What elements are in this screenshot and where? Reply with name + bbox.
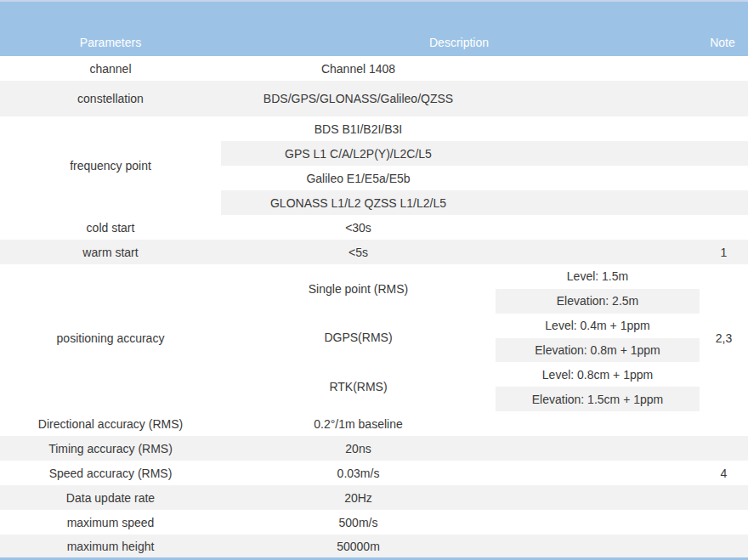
desc-cell: <5s	[221, 246, 496, 259]
positioning-values: Level: 1.5m Elevation: 2.5m Level: 0.4m …	[496, 264, 700, 411]
note-cell: 1	[700, 246, 748, 259]
header-description: Description	[221, 36, 697, 49]
desc-cell: <30s	[221, 221, 496, 235]
param-cell: Data update rate	[0, 491, 221, 505]
row-warm-start: warm start <5s 1	[0, 240, 748, 264]
row-data-update-rate: Data update rate 20Hz	[0, 485, 748, 510]
frequency-band-gps: GPS L1 C/A/L2P(Y)/L2C/L5	[221, 141, 748, 166]
method-single-point: Single point (RMS)	[221, 264, 496, 314]
value-cell: Elevation: 1.5cm + 1ppm	[496, 387, 700, 411]
band-label: GLONASS L1/L2 QZSS L1/L2/L5	[221, 196, 496, 210]
header-parameters: Parameters	[0, 36, 221, 49]
frequency-band-galileo: Galileo E1/E5a/E5b	[221, 166, 748, 190]
desc-cell: 500m/s	[221, 516, 496, 529]
row-maximum-height: maximum height 50000m	[0, 535, 748, 557]
header-note: Note	[697, 36, 748, 49]
desc-cell: 50000m	[221, 540, 496, 553]
row-constellation: constellation BDS/GPS/GLONASS/Galileo/QZ…	[0, 81, 748, 116]
param-cell: Timing accuracy (RMS)	[0, 442, 221, 455]
row-channel: channel Channel 1408	[0, 56, 748, 81]
frequency-band-glonass-qzss: GLONASS L1/L2 QZSS L1/L2/L5	[221, 190, 748, 215]
spec-table: Parameters Description Note channel Chan…	[0, 0, 748, 560]
band-label: BDS B1I/B2I/B3I	[221, 122, 496, 136]
band-label: Galileo E1/E5a/E5b	[221, 172, 496, 185]
param-cell: cold start	[0, 221, 221, 235]
value-cell: Level: 1.5m	[496, 264, 700, 289]
desc-cell: Channel 1408	[221, 62, 496, 76]
value-cell: Elevation: 0.8m + 1ppm	[496, 338, 700, 363]
param-cell: positioning accuracy	[0, 264, 221, 411]
positioning-methods: Single point (RMS) DGPS(RMS) RTK(RMS)	[221, 264, 496, 411]
note-cell: 2,3	[700, 264, 748, 411]
row-maximum-speed: maximum speed 500m/s	[0, 510, 748, 535]
frequency-band-bds: BDS B1I/B2I/B3I	[221, 116, 748, 141]
note-cell: 4	[700, 467, 748, 480]
band-label: GPS L1 C/A/L2P(Y)/L2C/L5	[221, 147, 496, 161]
param-cell: Directional accuracy (RMS)	[0, 417, 221, 431]
row-directional-accuracy: Directional accuracy (RMS) 0.2°/1m basel…	[0, 411, 748, 436]
param-cell: maximum speed	[0, 516, 221, 529]
desc-cell: 20ns	[221, 442, 496, 455]
method-dgps: DGPS(RMS)	[221, 314, 496, 363]
param-cell: warm start	[0, 246, 221, 259]
param-cell: channel	[0, 62, 221, 76]
param-cell: Speed accuracy (RMS)	[0, 467, 221, 480]
param-cell: maximum height	[0, 540, 221, 553]
value-cell: Level: 0.8cm + 1ppm	[496, 362, 700, 387]
row-cold-start: cold start <30s	[0, 215, 748, 240]
value-cell: Elevation: 2.5m	[496, 289, 700, 314]
method-rtk: RTK(RMS)	[221, 362, 496, 411]
value-cell: Level: 0.4m + 1ppm	[496, 314, 700, 338]
row-positioning-accuracy: positioning accuracy Single point (RMS) …	[0, 264, 748, 411]
row-speed-accuracy: Speed accuracy (RMS) 0.03m/s 4	[0, 461, 748, 485]
frequency-bands: BDS B1I/B2I/B3I GPS L1 C/A/L2P(Y)/L2C/L5…	[221, 116, 748, 215]
desc-cell: BDS/GPS/GLONASS/Galileo/QZSS	[221, 92, 496, 105]
desc-cell: 0.2°/1m baseline	[221, 417, 496, 431]
table-header: Parameters Description Note	[0, 0, 748, 56]
row-frequency-point: frequency point BDS B1I/B2I/B3I GPS L1 C…	[0, 116, 748, 215]
desc-cell: 0.03m/s	[221, 467, 496, 480]
row-timing-accuracy: Timing accuracy (RMS) 20ns	[0, 436, 748, 461]
param-cell: frequency point	[0, 116, 221, 215]
param-cell: constellation	[0, 92, 221, 105]
desc-cell: 20Hz	[221, 491, 496, 505]
